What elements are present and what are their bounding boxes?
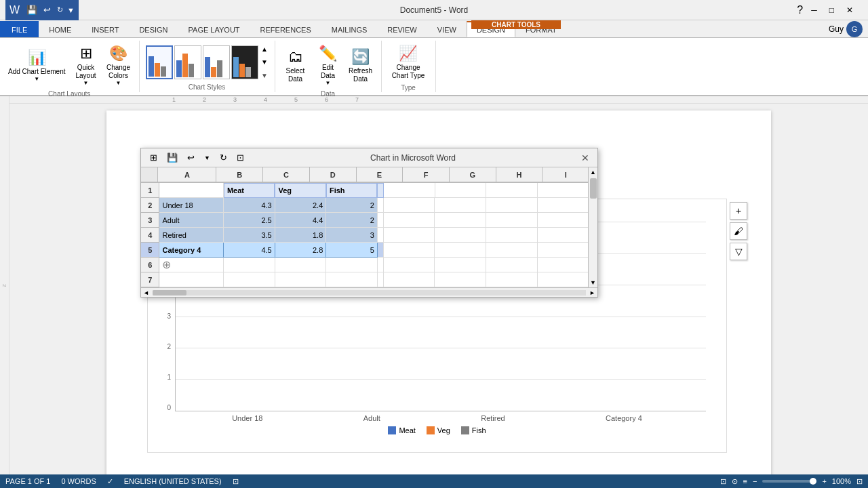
vertical-scrollbar[interactable]: ▲ ▼ [588,167,597,287]
quick-layout-button[interactable]: ⊞ QuickLayout ▼ [71,42,101,89]
cell-a1[interactable] [159,183,224,198]
cell-d5[interactable]: 5 [326,243,378,258]
undo-qa-icon[interactable]: ↩ [41,4,53,16]
tab-mailings[interactable]: MAILINGS [321,21,378,37]
cell-d1-end[interactable] [377,183,384,198]
horizontal-scrollbar[interactable]: ◄ ► [141,287,597,297]
cell-d2-end[interactable] [378,198,384,213]
dialog-embed-icon[interactable]: ⊡ [233,150,248,165]
tab-design[interactable]: DESIGN [129,21,178,37]
cell-g1[interactable] [486,183,537,198]
view-web-icon[interactable]: ⊙ [732,477,738,486]
tab-review[interactable]: REVIEW [377,21,427,37]
col-header-i[interactable]: I [542,167,589,182]
redo-qa-icon[interactable]: ↻ [55,5,65,15]
col-header-c[interactable]: C [263,167,310,182]
refresh-data-button[interactable]: 🔄 RefreshData [346,45,376,86]
help-icon[interactable]: ? [797,4,803,16]
col-header-b[interactable]: B [216,167,263,182]
cell-d1[interactable]: Fish [326,183,378,198]
vscroll-down[interactable]: ▼ [589,278,597,287]
change-colors-button[interactable]: 🎨 ChangeColors ▼ [104,42,134,89]
cell-d4[interactable]: 3 [326,228,378,243]
cell-e1[interactable] [384,183,435,198]
track-changes-icon[interactable]: ⊡ [233,477,239,486]
cell-h7[interactable] [538,272,589,287]
cell-c6[interactable] [275,258,327,272]
tab-insert[interactable]: INSERT [81,21,129,37]
hscroll-thumb[interactable] [153,290,186,296]
hscroll-right[interactable]: ► [587,289,597,296]
cell-g2[interactable] [486,198,538,213]
chart-styles-icon-btn[interactable]: 🖌 [730,222,747,240]
cell-c1[interactable]: Veg [275,183,326,198]
cell-e4[interactable] [384,228,435,243]
col-header-h[interactable]: H [496,167,543,182]
cell-c2[interactable]: 2.4 [275,198,327,213]
cell-d3-end[interactable] [378,213,384,228]
cell-e5[interactable] [384,243,435,258]
cell-h1[interactable] [538,183,589,198]
user-name[interactable]: Guy [829,24,844,34]
cell-b7[interactable] [224,272,275,287]
save-qa-icon[interactable]: 💾 [24,4,39,16]
hscroll-left[interactable]: ◄ [141,289,151,296]
cell-e6[interactable] [384,258,435,272]
chart-filter-icon-btn[interactable]: ▽ [730,243,747,260]
col-header-f[interactable]: F [403,167,450,182]
cell-a5[interactable]: Category 4 [159,243,224,258]
restore-icon[interactable]: □ [825,4,838,16]
more-qa-icon[interactable]: ▼ [67,6,75,14]
dialog-close-button[interactable]: ✕ [578,152,592,163]
cell-c4[interactable]: 1.8 [275,228,327,243]
cell-e7[interactable] [384,272,435,287]
tab-page-layout[interactable]: PAGE LAYOUT [178,21,250,37]
chart-style-3[interactable] [203,45,230,79]
minimize-icon[interactable]: ─ [807,4,821,16]
vscroll-thumb[interactable] [590,178,597,199]
cell-d3[interactable]: 2 [326,213,378,228]
cell-g6[interactable] [486,258,538,272]
cell-a2[interactable]: Under 18 [159,198,224,213]
row-header-2[interactable]: 2 [141,198,159,213]
cell-g3[interactable] [486,213,538,228]
cell-f6[interactable] [435,258,486,272]
cell-f7[interactable] [435,272,486,287]
cell-c7[interactable] [275,272,327,287]
tab-view[interactable]: VIEW [427,21,467,37]
dialog-undo-dropdown[interactable]: ▼ [201,152,214,163]
chart-style-4[interactable] [231,45,258,79]
close-icon[interactable]: ✕ [842,4,857,16]
cell-b3[interactable]: 2.5 [224,213,275,228]
zoom-slider-thumb[interactable] [810,478,816,485]
row-header-4[interactable]: 4 [141,228,159,243]
cell-d2[interactable]: 2 [326,198,378,213]
cell-b1[interactable]: Meat [224,183,275,198]
cell-d5-end[interactable] [378,243,384,258]
cell-g4[interactable] [486,228,538,243]
cell-b2[interactable]: 4.3 [224,198,275,213]
cell-g7[interactable] [486,272,538,287]
cell-b5[interactable]: 4.5 [224,243,275,258]
zoom-fit-icon[interactable]: ⊡ [856,477,863,486]
cell-a6[interactable]: ⊕ [159,258,224,272]
zoom-slider[interactable] [762,480,816,483]
row-header-3[interactable]: 3 [141,213,159,228]
user-avatar[interactable]: G [846,21,863,37]
col-header-e[interactable]: E [357,167,403,182]
dialog-grid-icon[interactable]: ⊞ [146,150,161,165]
scroll-up-styles[interactable]: ▲ ▼ ▼ [261,45,268,79]
cell-f4[interactable] [435,228,486,243]
row-header-1[interactable]: 1 [141,183,159,198]
col-header-d[interactable]: D [310,167,357,182]
cell-d4-end[interactable] [378,228,384,243]
zoom-in-icon[interactable]: + [822,477,826,485]
cell-b4[interactable]: 3.5 [224,228,275,243]
view-outline-icon[interactable]: ≡ [743,477,747,485]
row-header-7[interactable]: 7 [141,272,159,287]
cell-b6[interactable] [224,258,275,272]
cell-c5[interactable]: 2.8 [275,243,327,258]
edit-data-button[interactable]: ✏️ EditData ▼ [313,42,343,89]
vscroll-up[interactable]: ▲ [589,167,597,177]
chart-elements-icon-btn[interactable]: + [730,202,747,220]
